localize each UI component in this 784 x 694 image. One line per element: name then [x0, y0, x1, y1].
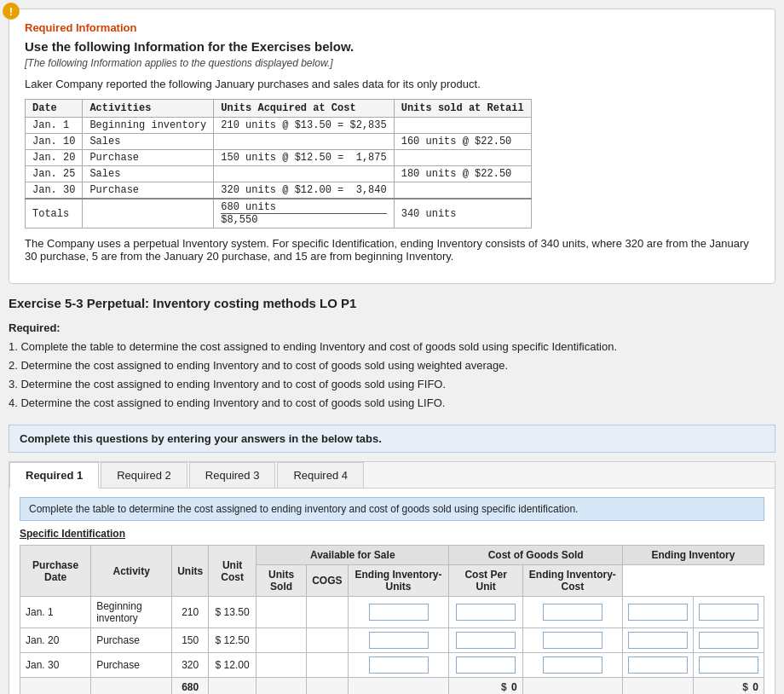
cogs-1[interactable]: [456, 604, 516, 621]
table-row: Jan. 20 Purchase 150 $ 12.50: [20, 628, 764, 653]
table-row: Jan. 1 Beginning inventory 210 $ 13.50: [20, 597, 764, 628]
tab-required-1[interactable]: Required 1: [9, 462, 99, 489]
th-unit-cost: Unit Cost: [209, 546, 257, 597]
table-row: Jan. 10 Sales 160 units @ $22.50: [26, 134, 532, 150]
th-activity: Activity: [91, 546, 172, 597]
ending-cost-3[interactable]: [699, 656, 758, 674]
alert-icon: !: [3, 3, 20, 20]
table-row: Jan. 1 Beginning inventory 210 units @ $…: [26, 118, 532, 134]
col-units-sold: Units sold at Retail: [394, 100, 531, 118]
required-label: Required:: [9, 321, 61, 334]
section-title: Required Information: [25, 21, 759, 34]
table-row: Jan. 30 Purchase 320 units @ $12.00 = 3,…: [26, 182, 532, 200]
col-date: Date: [26, 100, 83, 118]
exercise-title: Exercise 5-3 Perpetual: Inventory costin…: [9, 296, 775, 310]
totals-row: Totals 680 units $8,550 340 units: [26, 199, 532, 228]
th-available-for-sale: Available for Sale: [257, 546, 449, 565]
tab-required-2[interactable]: Required 2: [101, 462, 187, 488]
tabs-container: Required 1 Required 2 Required 3 Require…: [9, 461, 775, 694]
th-units: Units: [172, 546, 209, 597]
th-cogs: Cost of Goods Sold: [449, 546, 622, 565]
th-ending-inventory: Ending Inventory: [622, 546, 764, 565]
ending-cost-1[interactable]: [699, 604, 758, 621]
exercise-section: Exercise 5-3 Perpetual: Inventory costin…: [9, 296, 775, 694]
tabs-row: Required 1 Required 2 Required 3 Require…: [9, 462, 775, 489]
page: ! Required Information Use the following…: [0, 0, 784, 694]
ending-units-3[interactable]: [543, 656, 602, 674]
required-list: Required: 1. Complete the table to deter…: [9, 319, 775, 413]
cost-per-unit-1[interactable]: [628, 604, 688, 621]
th-ending-units: Ending Inventory- Units: [348, 565, 449, 597]
specific-identification-label: Specific Identification: [20, 528, 764, 540]
main-title: Use the following Information for the Ex…: [25, 39, 759, 54]
th-ending-cost: Ending Inventory- Cost: [522, 565, 622, 597]
required-item-3: 3. Determine the cost assigned to ending…: [9, 378, 446, 390]
required-item-4: 4. Determine the cost assigned to ending…: [9, 396, 445, 409]
cogs-2[interactable]: [456, 632, 516, 649]
th-cogs-val: COGS: [307, 565, 348, 597]
subtitle: [The following Information applies to th…: [25, 57, 759, 69]
description: Laker Company reported the following Jan…: [25, 78, 759, 90]
ending-cost-2[interactable]: [699, 632, 758, 649]
ending-units-2[interactable]: [543, 632, 602, 649]
units-sold-3[interactable]: [369, 656, 429, 674]
blue-info: Complete the table to determine the cost…: [20, 497, 764, 521]
th-purchase-date: Purchase Date: [20, 546, 91, 597]
tab-required-4[interactable]: Required 4: [277, 462, 364, 488]
tab-content: Complete the table to determine the cost…: [9, 489, 775, 694]
units-sold-1[interactable]: [369, 604, 429, 621]
table-row: Jan. 30 Purchase 320 $ 12.00: [20, 653, 764, 678]
cost-per-unit-3[interactable]: [628, 656, 688, 674]
required-item-1: 1. Complete the table to determine the c…: [9, 340, 617, 353]
units-sold-2[interactable]: [369, 632, 429, 649]
tab-required-3[interactable]: Required 3: [189, 462, 276, 488]
th-units-sold: Units Sold: [257, 565, 307, 597]
required-item-2: 2. Determine the cost assigned to ending…: [9, 359, 508, 372]
ending-units-1[interactable]: [543, 604, 602, 621]
col-units-acquired: Units Acquired at Cost: [214, 100, 394, 118]
inventory-table: Date Activities Units Acquired at Cost U…: [25, 99, 532, 228]
cogs-3[interactable]: [456, 656, 516, 674]
th-cost-per-unit: Cost Per Unit: [449, 565, 522, 597]
table-row: Jan. 25 Sales 180 units @ $22.50: [26, 166, 532, 182]
table-row: Jan. 20 Purchase 150 units @ $12.50 = 1,…: [26, 150, 532, 166]
exercise-table: Purchase Date Activity Units Unit Cost A…: [20, 545, 764, 694]
cost-per-unit-2[interactable]: [628, 632, 688, 649]
instruction-bar: Complete this questions by entering your…: [9, 425, 775, 453]
col-activities: Activities: [83, 100, 214, 118]
totals-row: 680 $ 0 $ 0: [20, 678, 764, 694]
info-box: ! Required Information Use the following…: [9, 9, 775, 284]
footnote: The Company uses a perpetual Inventory s…: [25, 237, 759, 263]
